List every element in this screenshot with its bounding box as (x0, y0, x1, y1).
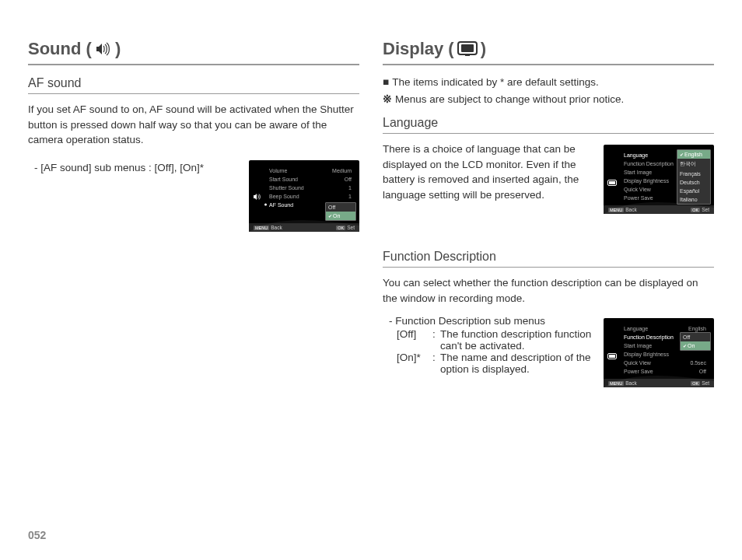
speaker-icon (252, 191, 263, 202)
language-body: There is a choice of language that can b… (383, 142, 594, 202)
svg-rect-2 (465, 54, 470, 56)
left-column: Sound ( ) AF sound If you set AF sound t… (28, 39, 359, 387)
display-icon (457, 41, 478, 57)
af-sound-menu-screenshot: VolumeMedium Start SoundOff Shutter Soun… (249, 160, 359, 232)
function-description-body: You can select whether the function desc… (383, 275, 714, 306)
note-default: ■The items indicated by * are default se… (383, 76, 714, 88)
right-column: Display ( ) ■The items indicated by * ar… (383, 39, 714, 387)
af-sound-heading: AF sound (28, 76, 359, 94)
title-prefix: Sound ( (28, 39, 92, 59)
display-title: Display ( ) (383, 39, 714, 65)
function-description-menu-screenshot: LanguageEnglish Function Description Sta… (604, 318, 714, 387)
svg-rect-1 (461, 44, 474, 52)
speaker-icon (95, 41, 112, 57)
page-number: 052 (28, 529, 46, 541)
note-change: ※Menus are subject to change without pri… (383, 93, 714, 105)
title-suffix: ) (481, 39, 486, 59)
menu-row: Language (624, 152, 648, 158)
svg-rect-4 (609, 181, 615, 184)
sound-title: Sound ( ) (28, 39, 359, 65)
af-sound-body: If you set AF sound to on, AF sound will… (28, 102, 359, 148)
language-menu-screenshot: Language Function Description Start Imag… (604, 145, 714, 214)
display-icon (607, 178, 618, 189)
function-description-heading: Function Description (383, 250, 714, 268)
title-prefix: Display ( (383, 39, 454, 59)
function-description-submenus: - Function Description sub menus [Off] :… (383, 315, 594, 375)
svg-rect-6 (609, 355, 615, 358)
af-sound-submenus: - [AF sound] sub menus : [Off], [On]* (28, 162, 240, 173)
language-heading: Language (383, 116, 714, 134)
title-suffix: ) (115, 39, 121, 59)
display-icon (607, 352, 618, 362)
